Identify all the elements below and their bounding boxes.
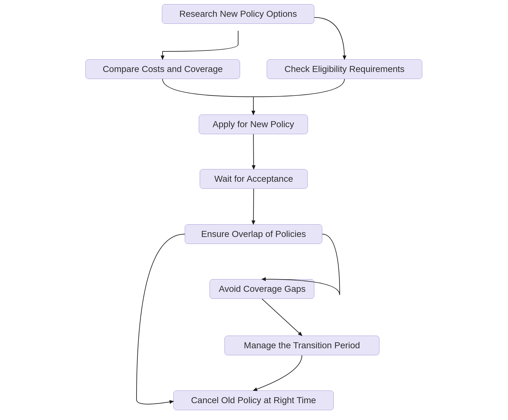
node-avoid: Avoid Coverage Gaps: [210, 279, 314, 299]
node-transition: Manage the Transition Period: [224, 336, 379, 355]
node-cancel: Cancel Old Policy at Right Time: [173, 390, 334, 410]
node-research: Research New Policy Options: [162, 4, 314, 24]
svg-line-4: [262, 299, 302, 336]
arrows-svg: [0, 0, 508, 420]
node-wait: Wait for Acceptance: [200, 169, 308, 189]
svg-line-3: [253, 189, 254, 224]
node-overlap: Ensure Overlap of Policies: [185, 224, 322, 244]
node-compare: Compare Costs and Coverage: [85, 59, 240, 79]
flowchart-diagram: Research New Policy Options Compare Cost…: [0, 0, 508, 420]
node-apply: Apply for New Policy: [199, 115, 308, 134]
svg-line-2: [253, 134, 254, 169]
node-eligibility: Check Eligibility Requirements: [267, 59, 422, 79]
